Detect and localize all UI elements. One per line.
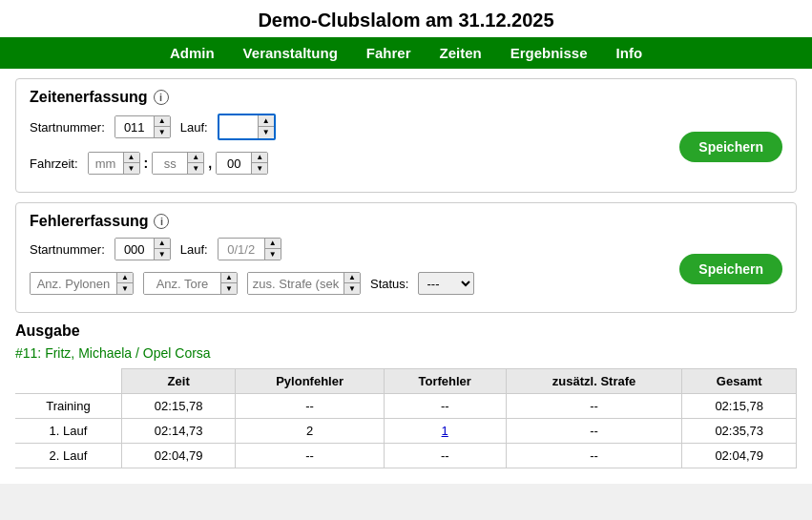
- tore-input[interactable]: ▲ ▼: [143, 272, 238, 295]
- row-label-lauf1: 1. Lauf: [15, 419, 121, 444]
- tore-arrows[interactable]: ▲ ▼: [220, 273, 237, 294]
- ss-input[interactable]: ▲ ▼: [152, 152, 204, 175]
- row-pylonfehler-lauf1: 2: [236, 419, 384, 444]
- ss-up[interactable]: ▲: [188, 153, 203, 163]
- fehler-startnummer-field[interactable]: [115, 239, 154, 260]
- col-header-zusatz: zusätzl. Strafe: [506, 369, 682, 394]
- mm-arrows[interactable]: ▲ ▼: [123, 153, 139, 174]
- row-torfehler-training: --: [384, 394, 506, 419]
- pylonen-arrows[interactable]: ▲ ▼: [116, 273, 133, 294]
- fehler-lauf-arrows[interactable]: ▲ ▼: [264, 239, 281, 260]
- fehlererfassung-row1: Startnummer: ▲ ▼ Lauf: ▲ ▼: [30, 238, 474, 260]
- hh-field[interactable]: [217, 153, 251, 174]
- status-select[interactable]: --- OK DNF DNS DSQ: [418, 272, 474, 295]
- ausgabe-section: Ausgabe #11: Fritz, Michaela / Opel Cors…: [15, 322, 797, 468]
- mm-input[interactable]: ▲ ▼: [88, 152, 140, 175]
- main-nav: Admin Veranstaltung Fahrer Zeiten Ergebn…: [0, 37, 812, 69]
- col-header-zeit: Zeit: [121, 369, 236, 394]
- strafe-up[interactable]: ▲: [344, 273, 360, 283]
- row-pylonfehler-training: --: [236, 394, 384, 419]
- pylonen-down[interactable]: ▼: [117, 283, 133, 294]
- lauf-down[interactable]: ▼: [259, 127, 274, 138]
- tore-field[interactable]: [144, 273, 220, 294]
- ss-down[interactable]: ▼: [188, 163, 203, 174]
- fehler-lauf-down[interactable]: ▼: [265, 249, 281, 260]
- row-label-lauf2: 2. Lauf: [15, 444, 121, 468]
- hh-input[interactable]: ▲ ▼: [216, 152, 268, 175]
- strafe-down[interactable]: ▼: [344, 283, 360, 294]
- ss-field[interactable]: [153, 153, 187, 174]
- pylonen-field[interactable]: [31, 273, 116, 294]
- startnummer-down[interactable]: ▼: [155, 127, 170, 137]
- fehlererfassung-section: Fehlererfassung i Startnummer: ▲ ▼ Lauf:: [15, 202, 797, 313]
- status-label: Status:: [370, 277, 408, 291]
- fehler-startnummer-label: Startnummer:: [30, 242, 105, 257]
- fehler-startnummer-input[interactable]: ▲ ▼: [115, 238, 171, 260]
- row-torfehler-lauf2: --: [384, 444, 506, 468]
- fehler-lauf-field[interactable]: [219, 239, 264, 260]
- fahrzeit-label: Fahrzeit:: [30, 156, 78, 171]
- nav-zeiten[interactable]: Zeiten: [440, 45, 482, 61]
- time-sep1: :: [144, 156, 149, 171]
- fehlererfassung-save-button[interactable]: Speichern: [679, 254, 782, 284]
- hh-up[interactable]: ▲: [252, 153, 267, 163]
- table-row: 2. Lauf 02:04,79 -- -- -- 02:04,79: [15, 444, 797, 468]
- tore-up[interactable]: ▲: [221, 273, 237, 283]
- fehlererfassung-title: Fehlererfassung i: [30, 213, 782, 230]
- pylonen-input[interactable]: ▲ ▼: [30, 272, 134, 295]
- mm-field[interactable]: [89, 153, 123, 174]
- table-row: Training 02:15,78 -- -- -- 02:15,78: [15, 394, 797, 419]
- zeitenerfassung-info-icon[interactable]: i: [154, 90, 169, 105]
- time-sep2: ,: [208, 156, 212, 171]
- startnummer-up[interactable]: ▲: [155, 116, 170, 127]
- lauf-arrows[interactable]: ▲ ▼: [258, 115, 274, 138]
- hh-arrows[interactable]: ▲ ▼: [251, 153, 267, 174]
- strafe-arrows[interactable]: ▲ ▼: [344, 273, 360, 294]
- tore-down[interactable]: ▼: [221, 283, 237, 294]
- nav-ergebnisse[interactable]: Ergebnisse: [510, 45, 588, 61]
- zeitenerfassung-row1: Startnummer: ▲ ▼ Lauf: ▲: [30, 114, 276, 140]
- startnummer-arrows[interactable]: ▲ ▼: [154, 116, 170, 137]
- car-info: #11: Fritz, Michaela / Opel Corsa: [15, 345, 797, 361]
- row-zusatz-lauf2: --: [506, 444, 682, 468]
- startnummer-input[interactable]: ▲ ▼: [115, 115, 171, 138]
- pylonen-up[interactable]: ▲: [117, 273, 133, 283]
- row-gesamt-lauf1: 02:35,73: [682, 419, 797, 444]
- col-header-torfehler: Torfehler: [384, 369, 506, 394]
- table-row: 1. Lauf 02:14,73 2 1 -- 02:35,73: [15, 419, 797, 444]
- nav-veranstaltung[interactable]: Veranstaltung: [243, 45, 338, 61]
- lauf-input[interactable]: ▲ ▼: [219, 115, 274, 138]
- results-table: Zeit Pylonfehler Torfehler zusätzl. Stra…: [15, 368, 797, 468]
- row-zeit-training: 02:15,78: [121, 394, 236, 419]
- row-zeit-lauf2: 02:04,79: [121, 444, 236, 468]
- mm-down[interactable]: ▼: [124, 163, 139, 174]
- fehler-startnummer-down[interactable]: ▼: [155, 249, 170, 260]
- nav-admin[interactable]: Admin: [170, 45, 215, 61]
- mm-up[interactable]: ▲: [124, 153, 139, 163]
- ausgabe-title: Ausgabe: [15, 322, 797, 340]
- fehler-lauf-input[interactable]: ▲ ▼: [218, 238, 281, 260]
- hh-down[interactable]: ▼: [252, 163, 267, 174]
- col-header-empty: [15, 369, 121, 394]
- strafe-field[interactable]: [248, 273, 344, 294]
- torfehler-link[interactable]: 1: [442, 424, 448, 438]
- ss-arrows[interactable]: ▲ ▼: [187, 153, 203, 174]
- row-label-training: Training: [15, 394, 121, 419]
- lauf-up[interactable]: ▲: [259, 115, 274, 127]
- fehlererfassung-info-icon[interactable]: i: [154, 214, 169, 229]
- row-torfehler-lauf1[interactable]: 1: [384, 419, 506, 444]
- fehler-startnummer-arrows[interactable]: ▲ ▼: [154, 239, 170, 260]
- row-pylonfehler-lauf2: --: [236, 444, 384, 468]
- col-header-gesamt: Gesamt: [682, 369, 797, 394]
- strafe-input[interactable]: ▲ ▼: [247, 272, 361, 295]
- zeitenerfassung-section: Zeitenerfassung i Startnummer: ▲ ▼ Lauf:: [15, 78, 797, 193]
- zeitenerfassung-save-button[interactable]: Speichern: [679, 132, 782, 162]
- fehler-startnummer-up[interactable]: ▲: [155, 239, 170, 249]
- nav-info[interactable]: Info: [616, 45, 643, 61]
- zeitenerfassung-title: Zeitenerfassung i: [30, 89, 782, 106]
- nav-fahrer[interactable]: Fahrer: [366, 45, 411, 61]
- fahrzeit-inputs: ▲ ▼ : ▲ ▼ ,: [88, 152, 269, 175]
- startnummer-field[interactable]: [115, 116, 154, 137]
- lauf-field[interactable]: [219, 115, 258, 138]
- fehler-lauf-up[interactable]: ▲: [265, 239, 281, 249]
